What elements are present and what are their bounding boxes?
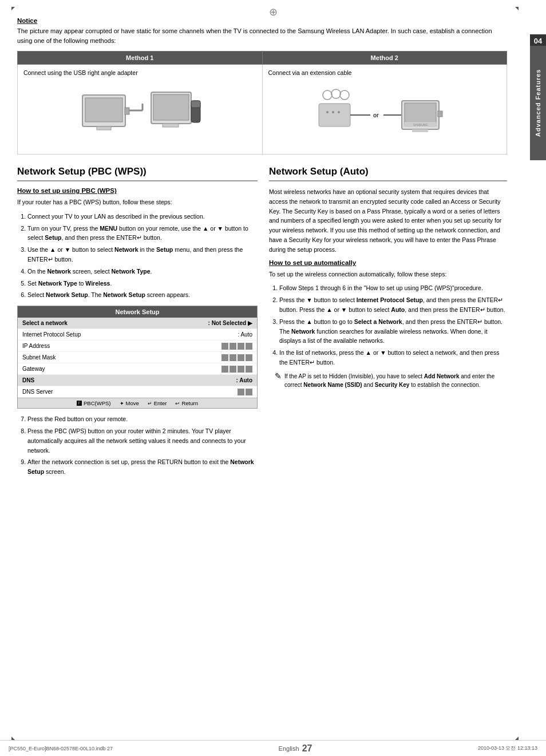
pbc-step-8: Press the PBC (WPS) button on your route… [27,426,258,455]
main-content: Notice The picture may appear corrupted … [0,0,530,498]
method2-desc: Connect via an extension cable [268,69,501,76]
pbc-steps-7-9: Press the Red button on your remote. Pre… [17,414,258,477]
method1-illustration [23,81,256,144]
gateway-blocks [221,366,252,373]
auto-section-title: Network Setup (Auto) [269,166,507,181]
method2-svg: or SAMSUNG [316,84,453,147]
note-text: If the AP is set to Hidden (Invisible), … [284,372,507,389]
svg-rect-1 [85,98,122,122]
subnet-blocks [221,354,252,361]
move-icon: ✦ [120,401,124,406]
enter-icon: ↵ [148,401,152,406]
network-row-gateway: Gateway [18,363,257,375]
pbc-step-2: Turn on your TV, press the MENU button o… [27,224,258,243]
svg-point-12 [323,90,332,100]
row-value-subnet [221,354,252,361]
dns-block-2 [246,389,252,395]
row-label-ip: IP Address [22,343,50,349]
svg-rect-7 [153,94,189,120]
svg-rect-2 [97,126,111,130]
row-label-subnet: Subnet Mask [22,354,56,361]
note-icon: ✎ [275,372,282,380]
subnet-block-1 [221,354,228,361]
method2-illustration: or SAMSUNG [268,81,501,149]
pbc-step-7: Press the Red button on your remote. [27,414,258,424]
network-row-dns-server: DNS Server [18,386,257,398]
network-footer: 🅿 PBC(WPS) ✦ Move ↵ Enter ↩ [18,398,257,408]
pbc-steps-list: Connect your TV to your LAN as described… [17,212,258,300]
row-label-ips: Internet Protocol Setup [22,331,81,338]
notice-text: The picture may appear corrupted or have… [17,26,507,45]
page-number: 27 [302,743,312,754]
method-table: Method 1 Method 2 Connect using the USB … [17,51,507,155]
auto-section: Network Setup (Auto) Most wireless netwo… [269,166,507,481]
network-row-select: Select a network : Not Selected ▶ [18,318,257,329]
svg-point-15 [326,111,329,113]
notice-section: Notice The picture may appear corrupted … [17,17,507,155]
page-number-area: English 27 [279,743,312,754]
pbc-step-5: Set Network Type to Wireless. [27,279,258,288]
auto-step-1: Follow Steps 1 through 6 in the "How to … [279,283,507,293]
ip-block-4 [246,343,252,350]
page-language-label: English [279,745,299,752]
ip-block-3 [238,343,244,350]
auto-step-2: Press the ▼ button to select Internet Pr… [279,295,507,315]
pbc-section-title: Network Setup (PBC (WPS)) [17,166,258,181]
method1-svg [77,84,203,141]
two-column-layout: Network Setup (PBC (WPS)) How to set up … [17,166,507,481]
footer-enter-label: Enter [154,400,167,406]
crosshair-icon: ⊕ [269,6,278,18]
svg-text:SAMSUNG: SAMSUNG [413,123,428,126]
footer-pbc: 🅿 PBC(WPS) [77,400,111,406]
pbc-section: Network Setup (PBC (WPS)) How to set up … [17,166,258,481]
pbc-step-9: After the network connection is set up, … [27,457,258,477]
network-setup-header: Network Setup [18,306,257,318]
pbc-step-6: Select Network Setup. The Network Setup … [27,290,258,300]
gateway-block-2 [230,366,236,373]
auto-subtitle: How to set up automatically [269,259,507,266]
svg-rect-8 [163,124,179,127]
corner-mark-tl [11,7,15,10]
gateway-block-1 [221,366,228,373]
ip-blocks [221,343,252,350]
method2-cell: Connect via an extension cable [262,65,507,155]
svg-point-13 [331,89,341,98]
row-value-dns: : Auto [236,377,252,383]
pbc-step-3: Use the ▲ or ▼ button to select Network … [27,245,258,264]
network-row-ips: Internet Protocol Setup : Auto [18,329,257,341]
pbc-intro: If your router has a PBC (WPS) button, f… [17,197,258,207]
row-value-gateway [221,366,252,373]
subnet-block-3 [238,354,244,361]
row-value-select: : Not Selected ▶ [208,320,252,326]
footer-move-label: Move [126,400,139,406]
row-value-ips: : Auto [238,331,252,338]
svg-rect-10 [191,101,200,108]
pbc-icon: 🅿 [77,401,82,406]
pbc-step-1: Connect your TV to your LAN as described… [27,212,258,221]
auto-intro: To set up the wireless connection automa… [269,270,507,279]
footer-return: ↩ Return [175,400,198,406]
bottom-file: [PC550_E-Euro]BN68-02578E-00L10.indb 27 [9,746,113,751]
auto-step-3: Press the ▲ button to go to Select a Net… [279,317,507,346]
footer-enter: ↵ Enter [148,400,167,406]
method2-header: Method 2 [262,52,507,65]
ip-block-2 [230,343,236,350]
svg-point-14 [340,90,349,100]
pbc-step-4: On the Network screen, select Network Ty… [27,267,258,276]
footer-return-label: Return [181,400,198,406]
svg-rect-26 [438,111,442,117]
method1-desc: Connect using the USB right angle adapte… [23,69,256,76]
return-icon: ↩ [175,401,180,406]
bottom-date: 2010-03-13 오전 12:13:13 [478,745,537,752]
svg-rect-23 [412,129,428,132]
row-label-dns-server: DNS Server [22,389,53,395]
page-container: ⊕ 04 Advanced Features Notice The pictur… [0,0,546,756]
note-block: ✎ If the AP is set to Hidden (Invisible)… [269,372,507,389]
network-row-ip: IP Address [18,341,257,352]
auto-steps-list: Follow Steps 1 through 6 in the "How to … [269,283,507,367]
network-setup-box: Network Setup Select a network : Not Sel… [17,306,258,409]
subnet-block-4 [246,354,252,361]
svg-rect-3 [125,108,129,114]
notice-title: Notice [17,17,507,24]
chapter-title: Advanced Features [530,46,546,160]
